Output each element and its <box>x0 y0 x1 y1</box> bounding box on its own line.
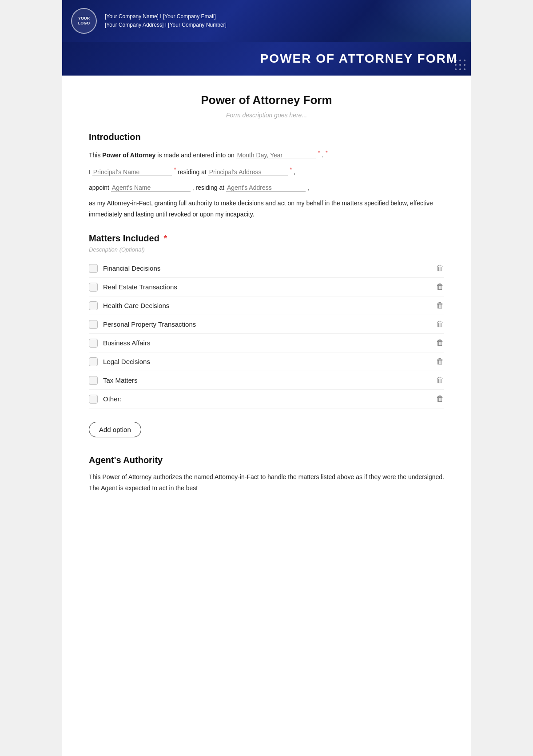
checkbox-4[interactable] <box>89 339 98 348</box>
logo-line2: LOGO <box>78 21 90 26</box>
intro-paragraph-3: appoint , residing at , <box>89 182 444 193</box>
dots-decoration <box>455 60 466 71</box>
option-label-1: Real Estate Transactions <box>103 283 177 291</box>
option-label-6: Tax Matters <box>103 376 138 384</box>
logo: YOUR LOGO <box>71 8 97 34</box>
delete-icon-7[interactable]: 🗑 <box>436 394 444 404</box>
title-band: POWER OF ATTORNEY FORM <box>62 42 471 76</box>
principal-star: * <box>174 167 176 173</box>
company-line1: [Your Company Name] I [Your Company Emai… <box>105 12 227 21</box>
main-title: POWER OF ATTORNEY FORM <box>76 52 457 66</box>
matters-required-star: * <box>163 233 167 243</box>
text-this: This <box>89 152 102 159</box>
list-item: Financial Decisions 🗑 <box>89 259 444 278</box>
list-item: Health Care Decisions 🗑 <box>89 296 444 315</box>
list-item: Real Estate Transactions 🗑 <box>89 278 444 296</box>
checkbox-left-5: Legal Decisions <box>89 357 150 366</box>
intro-paragraph-2: I * residing at * , <box>89 165 444 178</box>
checkbox-left-2: Health Care Decisions <box>89 301 169 310</box>
checkbox-5[interactable] <box>89 357 98 366</box>
company-line2: [Your Company Address] I [Your Company N… <box>105 21 227 29</box>
date-required-star: * <box>318 150 320 156</box>
checkbox-left-0: Financial Decisions <box>89 264 160 273</box>
text-appoint: appoint <box>89 184 111 191</box>
text-made-on: is made and entered into on <box>157 152 236 159</box>
list-item: Tax Matters 🗑 <box>89 371 444 390</box>
checkbox-left-7: Other: <box>89 395 122 404</box>
delete-icon-2[interactable]: 🗑 <box>436 301 444 310</box>
delete-icon-6[interactable]: 🗑 <box>436 376 444 385</box>
option-label-7: Other: <box>103 395 122 403</box>
intro-paragraph-4: as my Attorney-in-Fact, granting full au… <box>89 198 444 220</box>
delete-icon-3[interactable]: 🗑 <box>436 320 444 329</box>
delete-icon-0[interactable]: 🗑 <box>436 264 444 273</box>
delete-icon-5[interactable]: 🗑 <box>436 357 444 366</box>
delete-icon-1[interactable]: 🗑 <box>436 282 444 292</box>
section-matters: Matters Included * <box>89 233 444 244</box>
authority-text: This Power of Attorney authorizes the na… <box>89 472 444 494</box>
text-power-of-attorney: Power of Attorney <box>102 152 155 159</box>
list-item: Personal Property Transactions 🗑 <box>89 315 444 334</box>
agent-address-field[interactable] <box>226 184 306 192</box>
checkbox-0[interactable] <box>89 264 98 273</box>
intro-paragraph-1: This Power of Attorney is made and enter… <box>89 148 444 161</box>
option-label-3: Personal Property Transactions <box>103 320 196 328</box>
checkbox-left-6: Tax Matters <box>89 376 138 385</box>
text-residing-at2: , residing at <box>192 184 226 191</box>
list-item: Legal Decisions 🗑 <box>89 352 444 371</box>
option-label-4: Business Affairs <box>103 339 150 347</box>
option-label-5: Legal Decisions <box>103 358 150 365</box>
list-item: Business Affairs 🗑 <box>89 334 444 352</box>
comma2: , <box>307 184 309 191</box>
delete-icon-4[interactable]: 🗑 <box>436 338 444 348</box>
address-star: * <box>290 167 292 173</box>
matters-description: Description (Optional) <box>89 246 444 253</box>
checkbox-6[interactable] <box>89 376 98 385</box>
company-info: [Your Company Name] I [Your Company Emai… <box>105 12 227 29</box>
period: . <box>322 152 323 159</box>
text-residing-at: residing at <box>178 168 208 176</box>
section-authority: Agent's Authority <box>89 455 444 465</box>
checkbox-left-1: Real Estate Transactions <box>89 283 177 292</box>
agent-name-field[interactable] <box>111 184 191 192</box>
option-label-2: Health Care Decisions <box>103 302 169 309</box>
checkbox-1[interactable] <box>89 283 98 292</box>
principal-address-field[interactable] <box>208 168 288 176</box>
checkbox-2[interactable] <box>89 301 98 310</box>
text-i: I <box>89 168 92 176</box>
checkbox-left-4: Business Affairs <box>89 339 150 348</box>
list-item: Other: 🗑 <box>89 390 444 408</box>
date-field[interactable] <box>236 152 316 159</box>
checkbox-left-3: Personal Property Transactions <box>89 320 196 329</box>
header: YOUR LOGO [Your Company Name] I [Your Co… <box>62 0 471 42</box>
principal-name-field[interactable] <box>92 168 172 176</box>
star2: * <box>326 150 328 156</box>
option-label-0: Financial Decisions <box>103 264 160 272</box>
add-option-button[interactable]: Add option <box>89 422 141 437</box>
page: YOUR LOGO [Your Company Name] I [Your Co… <box>62 0 471 756</box>
checkbox-list: Financial Decisions 🗑 Real Estate Transa… <box>89 259 444 408</box>
section-introduction: Introduction <box>89 132 444 142</box>
comma1: , <box>294 168 295 176</box>
body: Power of Attorney Form Form description … <box>62 76 471 512</box>
checkbox-3[interactable] <box>89 320 98 329</box>
form-description: Form description goes here... <box>89 112 444 119</box>
logo-line1: YOUR <box>78 16 90 21</box>
add-option-label: Add option <box>99 426 131 433</box>
checkbox-7[interactable] <box>89 395 98 404</box>
form-title: Power of Attorney Form <box>89 93 444 107</box>
